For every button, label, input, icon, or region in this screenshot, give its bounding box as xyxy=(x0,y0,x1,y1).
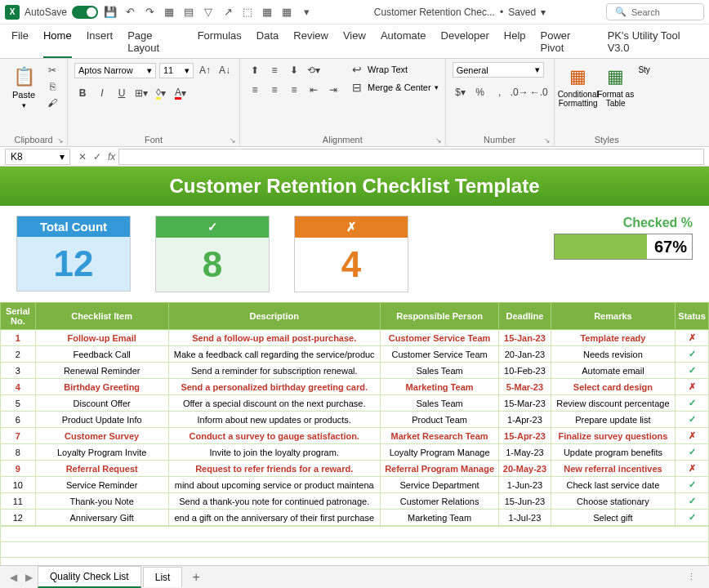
cell-remarks[interactable]: Review discount percentage xyxy=(551,395,676,412)
cell-description[interactable]: Send a thank-you note for continued patr… xyxy=(168,493,380,510)
align-right-button[interactable]: ≡ xyxy=(286,82,302,98)
decrease-indent-button[interactable]: ⇤ xyxy=(305,82,322,98)
table-row[interactable]: 9Referral RequestRequest to refer friend… xyxy=(1,461,709,477)
cell-serial[interactable]: 5 xyxy=(1,395,36,412)
cell-serial[interactable]: 6 xyxy=(1,412,36,428)
cell-remarks[interactable]: Finalize survey questions xyxy=(551,428,676,444)
dialog-launcher-icon[interactable]: ↘ xyxy=(230,136,236,145)
cell-description[interactable]: mind about upcoming service or product m… xyxy=(168,477,380,493)
cell-serial[interactable]: 11 xyxy=(1,493,36,510)
redo-icon[interactable]: ↷ xyxy=(142,5,157,20)
dialog-launcher-icon[interactable]: ↘ xyxy=(57,136,64,145)
col-remarks[interactable]: Remarks xyxy=(551,303,676,330)
table-row[interactable]: 8Loyalty Program InviteInvite to join th… xyxy=(1,444,709,461)
cell-item[interactable]: Discount Offer xyxy=(35,395,168,412)
add-sheet-button[interactable]: + xyxy=(184,570,207,585)
cell-person[interactable]: Marketing Team xyxy=(380,510,498,526)
tab-automate[interactable]: Automate xyxy=(381,29,426,58)
cell-status[interactable]: ✗ xyxy=(676,379,709,395)
cell-deadline[interactable]: 20-Jan-23 xyxy=(499,346,551,363)
cell-deadline[interactable]: 1-Jun-23 xyxy=(499,477,551,493)
tab-file[interactable]: File xyxy=(11,29,29,58)
qat-icon[interactable]: ▽ xyxy=(201,5,216,20)
table-row[interactable]: 3Renewal ReminderSend a reminder for sub… xyxy=(1,363,709,379)
next-sheet-icon[interactable]: ▶ xyxy=(22,572,36,583)
col-status[interactable]: Status xyxy=(676,303,709,330)
tab-review[interactable]: Review xyxy=(293,29,328,58)
cell-serial[interactable]: 10 xyxy=(1,477,36,493)
cell-styles-button[interactable]: Sty xyxy=(636,62,653,74)
cell-remarks[interactable]: Select card design xyxy=(551,379,676,395)
cell-remarks[interactable]: Prepare update list xyxy=(551,412,676,428)
save-icon[interactable]: 💾 xyxy=(103,5,118,20)
tab-insert[interactable]: Insert xyxy=(87,29,114,58)
align-top-button[interactable]: ⬆ xyxy=(247,62,263,78)
col-person[interactable]: Responsible Person xyxy=(380,303,498,330)
table-row[interactable]: 6Product Update InfoInform about new upd… xyxy=(1,412,709,428)
cell-deadline[interactable]: 15-Jun-23 xyxy=(499,493,551,510)
cell-person[interactable]: Customer Service Team xyxy=(380,346,498,363)
conditional-formatting-button[interactable]: ▦ Conditional Formatting xyxy=(561,62,595,108)
cell-deadline[interactable]: 1-May-23 xyxy=(499,444,551,461)
tab-pk-utility[interactable]: PK's Utility Tool V3.0 xyxy=(608,29,698,58)
format-as-table-button[interactable]: ▦ Format as Table xyxy=(599,62,633,108)
cell-remarks[interactable]: Template ready xyxy=(551,330,676,346)
decrease-font-button[interactable]: A↓ xyxy=(216,62,233,78)
tab-developer[interactable]: Developer xyxy=(441,29,489,58)
copy-button[interactable]: ⎘ xyxy=(44,78,60,95)
merge-center-button[interactable]: ⊟Merge & Center▾ xyxy=(350,80,439,95)
percent-button[interactable]: % xyxy=(472,84,488,100)
cell-person[interactable]: Sales Team xyxy=(380,363,498,379)
cell-remarks[interactable]: Needs revision xyxy=(551,346,676,363)
cell-deadline[interactable]: 15-Apr-23 xyxy=(499,428,551,444)
cell-status[interactable]: ✗ xyxy=(676,461,709,477)
cell-description[interactable]: Send a reminder for subscription renewal… xyxy=(168,363,380,379)
cell-person[interactable]: Product Team xyxy=(380,412,498,428)
table-row[interactable]: 12Anniversary Giftend a gift on the anni… xyxy=(1,510,709,526)
cell-description[interactable]: Request to refer friends for a reward. xyxy=(168,461,380,477)
cell-item[interactable]: Loyalty Program Invite xyxy=(35,444,168,461)
formula-input[interactable] xyxy=(118,149,704,165)
qat-icon[interactable]: ↗ xyxy=(221,5,235,20)
cell-person[interactable]: Customer Service Team xyxy=(380,330,498,346)
cell-status[interactable]: ✓ xyxy=(676,477,709,493)
tab-view[interactable]: View xyxy=(343,29,366,58)
table-row[interactable]: 5Discount OfferOffer a special discount … xyxy=(1,395,709,412)
dialog-launcher-icon[interactable]: ↘ xyxy=(544,136,551,145)
cell-deadline[interactable]: 15-Jan-23 xyxy=(499,330,551,346)
cell-item[interactable]: Thank-you Note xyxy=(35,493,168,510)
qat-icon[interactable]: ▦ xyxy=(162,5,176,20)
increase-decimal-button[interactable]: .0→ xyxy=(511,84,528,100)
col-description[interactable]: Description xyxy=(168,303,380,330)
italic-button[interactable]: I xyxy=(94,85,110,101)
format-painter-button[interactable]: 🖌 xyxy=(44,95,60,111)
search-box[interactable]: 🔍 Search xyxy=(606,3,704,20)
tab-power-pivot[interactable]: Power Pivot xyxy=(541,29,593,58)
align-middle-button[interactable]: ≡ xyxy=(266,62,283,78)
cell-description[interactable]: Inform about new updates or products. xyxy=(168,412,380,428)
more-icon[interactable]: ⋮ xyxy=(680,572,702,582)
align-center-button[interactable]: ≡ xyxy=(266,82,283,98)
cell-description[interactable]: end a gift on the anniversary of their f… xyxy=(168,510,380,526)
cell-deadline[interactable]: 5-Mar-23 xyxy=(499,379,551,395)
autosave-toggle[interactable] xyxy=(72,6,98,19)
cell-remarks[interactable]: New referral incentives xyxy=(551,461,676,477)
bold-button[interactable]: B xyxy=(74,85,91,101)
cell-person[interactable]: Marketing Team xyxy=(380,379,498,395)
cell-deadline[interactable]: 1-Apr-23 xyxy=(499,412,551,428)
table-row[interactable]: 11Thank-you NoteSend a thank-you note fo… xyxy=(1,493,709,510)
cell-person[interactable]: Referral Program Manage xyxy=(380,461,498,477)
cancel-fx-icon[interactable]: ✕ xyxy=(75,151,90,163)
cell-remarks[interactable]: Choose stationary xyxy=(551,493,676,510)
tab-page-layout[interactable]: Page Layout xyxy=(127,29,183,58)
increase-font-button[interactable]: A↑ xyxy=(197,62,213,78)
cell-status[interactable]: ✗ xyxy=(676,428,709,444)
cell-remarks[interactable]: Update program benefits xyxy=(551,444,676,461)
cell-status[interactable]: ✓ xyxy=(676,395,709,412)
worksheet[interactable]: Customer Retention Checklist Template To… xyxy=(0,167,709,588)
cell-item[interactable]: Feedback Call xyxy=(35,346,168,363)
cell-serial[interactable]: 4 xyxy=(1,379,36,395)
qat-icon[interactable]: ▤ xyxy=(181,5,196,20)
cell-deadline[interactable]: 1-Jul-23 xyxy=(499,510,551,526)
tab-data[interactable]: Data xyxy=(256,29,279,58)
